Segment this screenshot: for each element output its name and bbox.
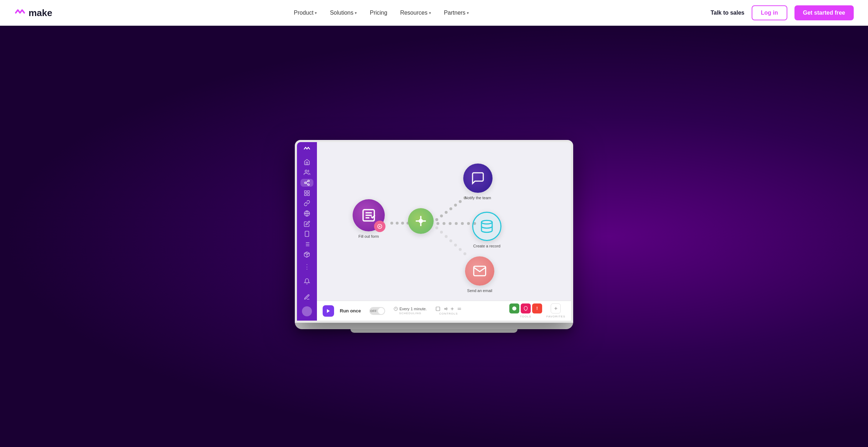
svg-point-38 bbox=[461, 222, 464, 225]
navbar: make Product ▾ Solutions ▾ Pricing Resou… bbox=[0, 0, 868, 26]
sidebar-icon-edit[interactable] bbox=[301, 220, 313, 228]
scheduling-toggle: OFF bbox=[369, 307, 385, 315]
tool-green-button[interactable] bbox=[509, 303, 519, 313]
chevron-down-icon: ▾ bbox=[429, 11, 431, 15]
talk-to-sales-link[interactable]: Talk to sales bbox=[711, 10, 745, 16]
node-notify-team[interactable]: Notify the team bbox=[463, 164, 493, 200]
svg-rect-6 bbox=[304, 191, 306, 192]
plus-icon: + bbox=[554, 305, 557, 312]
laptop-base bbox=[295, 322, 573, 329]
svg-point-39 bbox=[467, 222, 470, 225]
tools-label: TOOLS bbox=[520, 315, 531, 318]
controls-section: CONTROLS bbox=[435, 306, 462, 315]
node-record-label: Create a record bbox=[473, 244, 500, 248]
node-create-record[interactable]: Create a record bbox=[472, 212, 501, 248]
toggle-knob bbox=[378, 308, 384, 314]
node-send-email[interactable]: Send an email bbox=[465, 256, 494, 293]
sidebar-icon-list[interactable] bbox=[301, 240, 313, 248]
sidebar-icon-globe[interactable] bbox=[301, 210, 313, 218]
svg-line-5 bbox=[306, 181, 308, 182]
tool-red-button[interactable]: ! bbox=[532, 303, 542, 313]
controls-icons bbox=[435, 306, 462, 311]
svg-rect-60 bbox=[436, 307, 440, 311]
laptop-foot bbox=[350, 329, 518, 333]
svg-point-36 bbox=[449, 222, 451, 225]
tool-pink-button[interactable] bbox=[521, 303, 531, 313]
canvas-area: Fill out form bbox=[317, 142, 571, 321]
node-notify-label: Notify the team bbox=[465, 196, 491, 200]
nav-item-resources[interactable]: Resources ▾ bbox=[400, 10, 431, 16]
svg-point-28 bbox=[440, 215, 443, 217]
run-once-button[interactable] bbox=[323, 305, 334, 317]
sidebar-more-icon[interactable]: ⋮ bbox=[304, 263, 310, 271]
svg-point-45 bbox=[454, 244, 457, 247]
laptop-screen: ⋮ bbox=[295, 140, 573, 323]
sidebar-icon-team[interactable] bbox=[301, 169, 313, 177]
nav-item-partners[interactable]: Partners ▾ bbox=[444, 10, 469, 16]
user-avatar[interactable] bbox=[302, 306, 312, 316]
svg-line-4 bbox=[306, 183, 308, 184]
svg-point-31 bbox=[454, 204, 457, 207]
hero-section: ⋮ bbox=[0, 26, 868, 447]
svg-point-47 bbox=[463, 252, 466, 255]
svg-rect-9 bbox=[304, 194, 306, 195]
node-fill-out-form[interactable]: Fill out form bbox=[353, 199, 385, 238]
sidebar-icon-home[interactable] bbox=[301, 158, 313, 166]
tools-section: ! TOOLS + FAVORITES bbox=[509, 303, 565, 318]
get-started-button[interactable]: Get started free bbox=[794, 5, 854, 20]
sidebar-icon-templates[interactable] bbox=[301, 189, 313, 197]
svg-marker-58 bbox=[327, 309, 330, 313]
app-layout: ⋮ bbox=[297, 142, 571, 321]
toggle-off-text: OFF bbox=[370, 309, 377, 313]
svg-point-52 bbox=[419, 220, 423, 223]
chevron-down-icon: ▾ bbox=[467, 11, 469, 15]
sidebar-icon-mobile[interactable] bbox=[301, 230, 313, 238]
sidebar-icon-scenarios[interactable] bbox=[301, 199, 313, 207]
sidebar-icon-package[interactable] bbox=[301, 250, 313, 258]
svg-point-37 bbox=[455, 222, 458, 225]
logo: make bbox=[14, 7, 52, 19]
sidebar-icon-pen[interactable] bbox=[301, 291, 313, 303]
svg-point-0 bbox=[305, 170, 307, 172]
sidebar-logo-icon bbox=[301, 146, 313, 152]
svg-point-46 bbox=[459, 248, 461, 251]
make-logo-icon bbox=[14, 9, 26, 17]
add-favorite-button[interactable]: + bbox=[551, 303, 561, 313]
svg-rect-7 bbox=[308, 191, 309, 192]
svg-point-42 bbox=[440, 231, 443, 233]
svg-point-23 bbox=[396, 222, 399, 225]
svg-point-24 bbox=[401, 222, 404, 225]
workflow-canvas[interactable]: Fill out form bbox=[317, 142, 571, 301]
node-form-label: Fill out form bbox=[358, 234, 379, 238]
chevron-down-icon: ▾ bbox=[315, 11, 317, 15]
run-once-label: Run once bbox=[340, 308, 361, 313]
schedule-text: Every 1 minute. bbox=[399, 307, 427, 311]
bottom-toolbar: Run once OFF Every 1 minute. bbox=[317, 301, 571, 321]
logo-text: make bbox=[29, 7, 52, 19]
controls-label: CONTROLS bbox=[439, 312, 458, 315]
laptop-mockup: ⋮ bbox=[295, 140, 573, 333]
svg-point-34 bbox=[436, 222, 439, 225]
nav-actions: Talk to sales Log in Get started free bbox=[711, 5, 854, 20]
svg-point-61 bbox=[444, 308, 446, 310]
node-router[interactable] bbox=[408, 208, 434, 234]
sidebar-icon-connections[interactable] bbox=[301, 179, 313, 187]
sidebar-bottom bbox=[301, 275, 313, 316]
node-email-label: Send an email bbox=[467, 288, 492, 293]
nav-item-solutions[interactable]: Solutions ▾ bbox=[330, 10, 357, 16]
svg-rect-8 bbox=[308, 194, 309, 195]
nav-item-product[interactable]: Product ▾ bbox=[294, 10, 317, 16]
scheduling-label: SCHEDULING bbox=[399, 312, 421, 315]
svg-point-32 bbox=[459, 200, 461, 203]
toggle-switch[interactable]: OFF bbox=[369, 307, 385, 315]
sidebar: ⋮ bbox=[297, 142, 317, 321]
sidebar-icon-bell[interactable] bbox=[301, 275, 313, 288]
nav-item-pricing[interactable]: Pricing bbox=[370, 10, 387, 16]
svg-point-1 bbox=[308, 180, 309, 182]
svg-point-30 bbox=[449, 207, 452, 210]
login-button[interactable]: Log in bbox=[752, 5, 787, 20]
svg-point-41 bbox=[435, 226, 438, 229]
svg-point-35 bbox=[443, 222, 445, 225]
svg-point-44 bbox=[449, 239, 452, 242]
scheduling-section: Every 1 minute. SCHEDULING bbox=[394, 307, 427, 315]
